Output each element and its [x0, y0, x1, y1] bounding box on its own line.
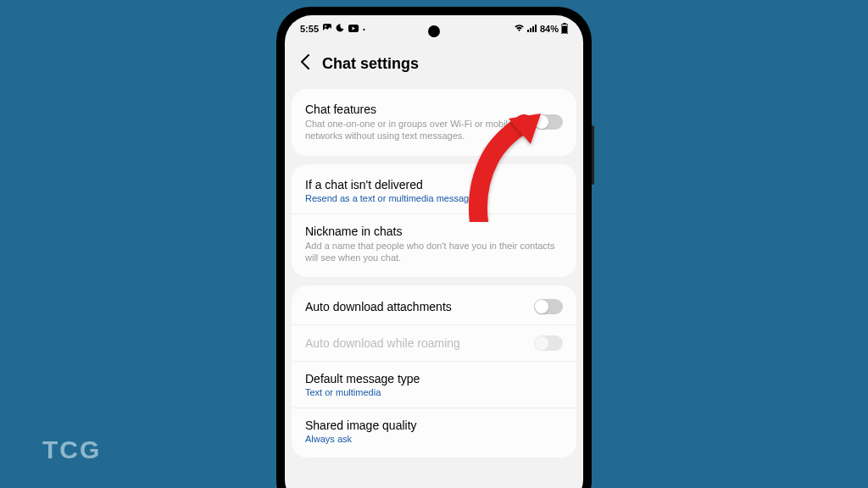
status-time: 5:55 [300, 24, 319, 34]
row-chat-features[interactable]: Chat features Chat one-on-one or in grou… [292, 92, 576, 152]
svg-rect-9 [562, 25, 567, 33]
chat-features-toggle[interactable] [534, 114, 563, 130]
chat-features-desc: Chat one-on-one or in groups over Wi-Fi … [305, 118, 526, 142]
shared-quality-title: Shared image quality [305, 419, 563, 432]
battery-icon [561, 23, 568, 36]
wifi-icon [514, 24, 525, 34]
row-shared-quality[interactable]: Shared image quality Always ask [292, 408, 576, 454]
youtube-icon [348, 24, 359, 34]
settings-content: Chat features Chat one-on-one or in grou… [285, 89, 583, 488]
row-auto-download[interactable]: Auto download attachments [292, 289, 576, 324]
dot-icon: • [363, 25, 365, 33]
row-auto-download-roaming: Auto download while roaming [292, 324, 576, 361]
svg-rect-3 [527, 30, 529, 32]
auto-download-roaming-title: Auto download while roaming [305, 336, 526, 350]
default-type-title: Default message type [305, 372, 563, 385]
moon-icon [336, 24, 344, 34]
camera-cutout [428, 25, 440, 37]
nickname-desc: Add a name that people who don't have yo… [305, 240, 563, 264]
page-header: Chat settings [285, 42, 583, 89]
page-title: Chat settings [322, 55, 419, 73]
row-default-type[interactable]: Default message type Text or multimedia [292, 361, 576, 408]
svg-point-1 [325, 25, 326, 27]
card-chat-options: If a chat isn't delivered Resend as a te… [292, 164, 576, 278]
auto-download-title: Auto download attachments [305, 300, 526, 313]
gallery-icon [323, 24, 331, 34]
phone-side-button [592, 125, 594, 185]
not-delivered-value: Resend as a text or multimedia message [305, 193, 563, 203]
status-battery-pct: 84% [540, 24, 559, 34]
chat-features-title: Chat features [305, 103, 526, 116]
auto-download-toggle[interactable] [534, 299, 563, 314]
svg-rect-4 [530, 28, 531, 32]
nickname-title: Nickname in chats [305, 225, 563, 238]
signal-icon [527, 24, 537, 34]
watermark-logo: TCG [42, 435, 101, 464]
shared-quality-value: Always ask [305, 434, 563, 444]
card-downloads: Auto download attachments Auto download … [292, 286, 576, 458]
row-nickname[interactable]: Nickname in chats Add a name that people… [292, 214, 576, 274]
svg-rect-5 [532, 26, 534, 32]
svg-rect-6 [535, 25, 537, 32]
not-delivered-title: If a chat isn't delivered [305, 178, 563, 191]
phone-frame: 5:55 • 84% [276, 7, 592, 488]
default-type-value: Text or multimedia [305, 387, 563, 397]
row-not-delivered[interactable]: If a chat isn't delivered Resend as a te… [292, 168, 576, 214]
back-button[interactable] [297, 51, 314, 77]
phone-screen: 5:55 • 84% [285, 15, 583, 488]
auto-download-roaming-toggle [534, 336, 563, 351]
card-chat-features: Chat features Chat one-on-one or in grou… [292, 89, 576, 156]
